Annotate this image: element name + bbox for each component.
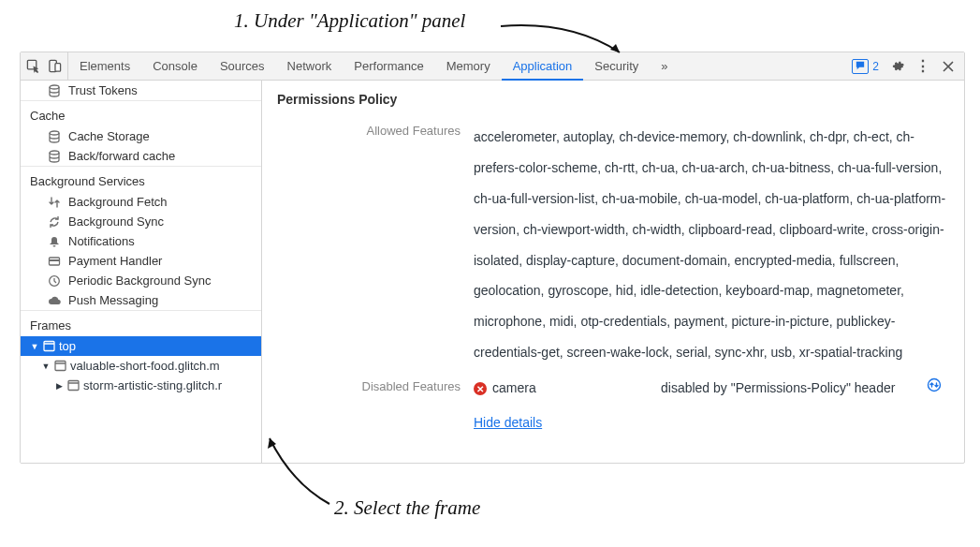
tab-elements[interactable]: Elements	[68, 52, 141, 80]
sidebar-item-label: Periodic Background Sync	[68, 274, 211, 288]
svg-point-3	[50, 85, 59, 89]
sidebar-item-bg-sync[interactable]: Background Sync	[21, 212, 261, 231]
sidebar-item-label: Trust Tokens	[68, 83, 138, 97]
svg-point-5	[50, 151, 59, 155]
issues-badge[interactable]: 2	[852, 59, 879, 74]
close-icon[interactable]	[941, 59, 955, 73]
svg-rect-13	[68, 381, 79, 391]
section-title: Permissions Policy	[277, 90, 949, 120]
main-panel: Permissions Policy Allowed Features acce…	[262, 81, 964, 463]
frames-tree: ▼ top ▼ valuable-short-food.glitch.m ▶ s…	[21, 336, 261, 401]
frame-label: valuable-short-food.glitch.m	[70, 359, 220, 373]
card-icon	[47, 254, 61, 268]
chevron-right-icon: ▶	[54, 381, 64, 391]
frame-label: storm-artistic-sting.glitch.r	[83, 378, 222, 392]
chevron-down-icon: ▼	[41, 362, 51, 371]
devtools-window: Elements Console Sources Network Perform…	[20, 52, 965, 464]
tab-performance[interactable]: Performance	[343, 52, 434, 80]
svg-rect-9	[44, 342, 54, 351]
sync-icon	[47, 214, 61, 229]
annotation-top: 1. Under "Application" panel	[234, 9, 465, 33]
disabled-feature-text: camera	[492, 377, 536, 400]
svg-point-4	[50, 131, 59, 135]
tab-network[interactable]: Network	[276, 52, 344, 80]
sidebar-item-trust-tokens[interactable]: Trust Tokens	[21, 81, 261, 100]
sidebar-group-cache: Cache	[21, 100, 261, 126]
frame-icon	[54, 360, 66, 372]
disabled-feature-reason: disabled by "Permissions-Policy" header	[661, 377, 917, 400]
sidebar-item-bg-fetch[interactable]: Background Fetch	[21, 192, 261, 212]
reveal-icon[interactable]	[927, 377, 949, 400]
chevron-down-icon: ▼	[30, 342, 39, 351]
hide-details-link[interactable]: Hide details	[474, 407, 542, 438]
tab-more[interactable]: »	[650, 52, 679, 80]
allowed-features-label: Allowed Features	[277, 122, 474, 138]
fetch-icon	[47, 195, 61, 209]
annotation-bottom: 2. Select the frame	[334, 496, 480, 520]
tab-console[interactable]: Console	[141, 52, 209, 80]
database-icon	[47, 129, 61, 143]
sidebar-item-label: Background Fetch	[68, 195, 168, 209]
bell-icon	[47, 234, 61, 248]
sidebar-item-label: Push Messaging	[68, 293, 158, 307]
chat-icon	[852, 59, 869, 74]
sidebar-item-cache-storage[interactable]: Cache Storage	[21, 126, 261, 146]
error-icon: ✕	[474, 382, 487, 395]
sidebar-item-label: Payment Handler	[68, 254, 162, 268]
sidebar-item-bfcache[interactable]: Back/forward cache	[21, 146, 261, 166]
cloud-icon	[47, 293, 61, 307]
sidebar-item-notifications[interactable]: Notifications	[21, 231, 261, 251]
tab-sources[interactable]: Sources	[209, 52, 276, 80]
svg-rect-7	[49, 259, 59, 261]
svg-rect-11	[55, 362, 66, 371]
tab-memory[interactable]: Memory	[435, 52, 502, 80]
allowed-features-value: accelerometer, autoplay, ch-device-memor…	[474, 122, 949, 368]
disabled-features-label: Disabled Features	[277, 377, 474, 393]
sidebar-group-frames: Frames	[21, 310, 261, 336]
sidebar-item-label: Cache Storage	[68, 129, 150, 143]
svg-point-15	[929, 379, 941, 392]
frame-label: top	[59, 339, 76, 353]
gear-icon[interactable]	[890, 59, 904, 73]
kebab-icon[interactable]: ⋮	[915, 59, 929, 73]
disabled-feature-name: ✕ camera	[474, 377, 651, 400]
inspect-icon[interactable]	[26, 59, 40, 73]
issues-count: 2	[872, 60, 879, 73]
database-icon	[47, 149, 61, 163]
toolbar-tabs: Elements Console Sources Network Perform…	[68, 52, 679, 80]
allowed-features-row: Allowed Features accelerometer, autoplay…	[277, 120, 949, 368]
frame-child-0[interactable]: ▼ valuable-short-food.glitch.m	[21, 356, 261, 376]
device-icon[interactable]	[48, 59, 62, 73]
application-sidebar: Trust Tokens Cache Cache Storage Back/fo…	[21, 81, 262, 463]
frame-child-0-0[interactable]: ▶ storm-artistic-sting.glitch.r	[21, 376, 261, 395]
sidebar-item-label: Back/forward cache	[68, 149, 175, 163]
frame-icon	[67, 379, 80, 392]
tab-application[interactable]: Application	[502, 52, 584, 80]
sidebar-group-bgservices: Background Services	[21, 166, 261, 192]
clock-icon	[47, 274, 61, 288]
svg-rect-2	[55, 64, 61, 71]
window-icon	[43, 340, 55, 352]
devtools-toolbar: Elements Console Sources Network Perform…	[21, 52, 964, 81]
disabled-features-row: Disabled Features ✕ camera disabled by "…	[277, 376, 949, 438]
sidebar-item-periodic-sync[interactable]: Periodic Background Sync	[21, 271, 261, 290]
sidebar-item-push-messaging[interactable]: Push Messaging	[21, 290, 261, 310]
database-icon	[47, 83, 61, 97]
sidebar-item-label: Notifications	[68, 234, 135, 248]
frame-top[interactable]: ▼ top	[21, 336, 261, 356]
sidebar-item-payment-handler[interactable]: Payment Handler	[21, 251, 261, 271]
tab-security[interactable]: Security	[583, 52, 650, 80]
sidebar-item-label: Background Sync	[68, 214, 164, 229]
